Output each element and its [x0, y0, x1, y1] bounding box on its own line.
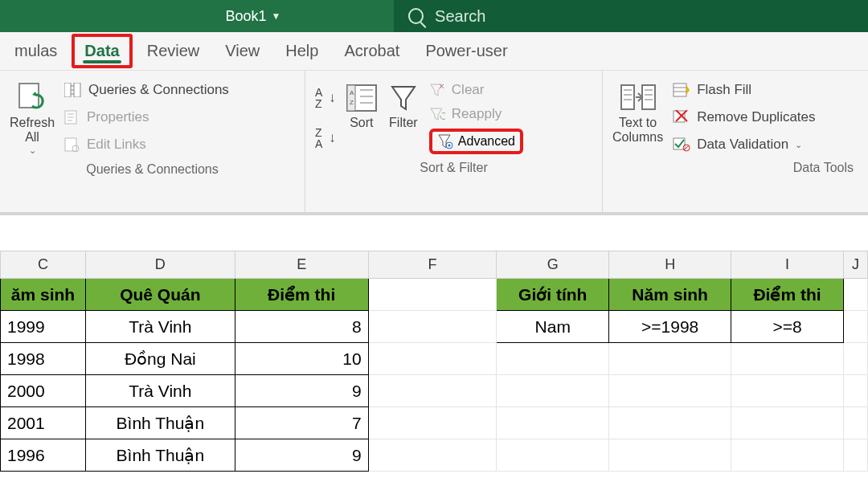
cell[interactable]: [609, 407, 731, 439]
cell[interactable]: Quê Quán: [85, 279, 235, 311]
connections-icon: [64, 83, 82, 97]
cell[interactable]: [609, 343, 731, 375]
cell[interactable]: 10: [235, 343, 368, 375]
sort-desc-button[interactable]: ZA ↓: [315, 125, 336, 151]
colhdr-G[interactable]: G: [497, 251, 609, 279]
table-row[interactable]: 1999 Trà Vinh 8 Nam >=1998 >=8: [1, 311, 868, 343]
data-validation-icon: [673, 137, 690, 152]
table-row[interactable]: 2000 Trà Vinh 9: [1, 375, 868, 407]
workbook-title[interactable]: Book1 ▼: [113, 8, 394, 25]
chevron-down-icon[interactable]: ⌄: [795, 140, 802, 150]
column-header-row[interactable]: C D E F G H I J: [1, 251, 868, 279]
cell[interactable]: >=1998: [609, 311, 731, 343]
sort-asc-button[interactable]: AZ ↓: [315, 85, 336, 111]
title-dropdown-icon[interactable]: ▼: [272, 10, 281, 22]
cell[interactable]: [843, 375, 867, 407]
cell[interactable]: Giới tính: [497, 279, 609, 311]
advanced-button[interactable]: Advanced: [429, 129, 523, 154]
edit-links-button[interactable]: Edit Links: [64, 135, 229, 154]
clear-button[interactable]: Clear: [429, 80, 523, 100]
search-input[interactable]: [435, 7, 854, 26]
reapply-button[interactable]: Reapply: [429, 104, 523, 124]
cell[interactable]: 9: [235, 439, 368, 472]
text-to-columns-button[interactable]: Text to Columns: [612, 82, 663, 154]
cell[interactable]: [731, 375, 844, 407]
cell[interactable]: [497, 407, 609, 439]
cell[interactable]: [368, 343, 497, 375]
grid[interactable]: C D E F G H I J ăm sinh Quê Quán Điểm th…: [0, 251, 868, 472]
group-label-datatools: Data Tools: [612, 157, 858, 175]
cell[interactable]: [368, 375, 497, 407]
cell[interactable]: [843, 279, 867, 311]
cell[interactable]: [497, 343, 609, 375]
colhdr-I[interactable]: I: [731, 251, 844, 279]
cell[interactable]: Bình Thuận: [85, 407, 235, 439]
colhdr-F[interactable]: F: [368, 251, 497, 279]
cell[interactable]: Điểm thi: [731, 279, 844, 311]
cell[interactable]: [609, 375, 731, 407]
tab-help[interactable]: Help: [276, 37, 328, 65]
cell[interactable]: [731, 439, 844, 472]
cell[interactable]: Bình Thuận: [85, 439, 235, 472]
reapply-label: Reapply: [452, 106, 502, 122]
cell[interactable]: Đồng Nai: [85, 343, 235, 375]
cell[interactable]: 2000: [1, 375, 86, 407]
header-row[interactable]: ăm sinh Quê Quán Điểm thi Giới tính Năm …: [1, 279, 868, 311]
remove-duplicates-button[interactable]: Remove Duplicates: [673, 108, 815, 127]
tab-acrobat[interactable]: Acrobat: [334, 37, 409, 65]
cell[interactable]: [843, 439, 867, 472]
queries-connections-button[interactable]: Queries & Connections: [64, 80, 229, 100]
cell[interactable]: [497, 375, 609, 407]
cell[interactable]: 1998: [1, 343, 86, 375]
tab-poweruser[interactable]: Power-user: [416, 37, 517, 65]
table-row[interactable]: 1996 Bình Thuận 9: [1, 439, 868, 472]
colhdr-D[interactable]: D: [85, 251, 235, 279]
cell[interactable]: [731, 407, 844, 439]
cell[interactable]: Nam: [497, 311, 609, 343]
cell[interactable]: >=8: [731, 311, 844, 343]
table-row[interactable]: 2001 Bình Thuận 7: [1, 407, 868, 439]
cell[interactable]: Điểm thi: [235, 279, 368, 311]
cell[interactable]: [368, 439, 497, 472]
cell[interactable]: 1996: [1, 439, 86, 472]
sort-button[interactable]: AZ Sort: [346, 82, 378, 154]
cell[interactable]: ăm sinh: [1, 279, 86, 311]
cell[interactable]: 8: [235, 311, 368, 343]
tab-formulas-cut[interactable]: mulas: [5, 37, 67, 65]
flash-fill-button[interactable]: Flash Fill: [673, 80, 815, 100]
table-row[interactable]: 1998 Đồng Nai 10: [1, 343, 868, 375]
refresh-all-button[interactable]: Refresh All ⌄: [10, 82, 55, 156]
filter-button[interactable]: Filter: [387, 82, 420, 154]
cell[interactable]: 7: [235, 407, 368, 439]
cell[interactable]: 1999: [1, 311, 86, 343]
properties-button[interactable]: Properties: [64, 108, 229, 127]
cell[interactable]: [843, 407, 867, 439]
spreadsheet[interactable]: C D E F G H I J ăm sinh Quê Quán Điểm th…: [0, 215, 868, 472]
cell[interactable]: Trà Vinh: [85, 311, 235, 343]
colhdr-E[interactable]: E: [235, 251, 368, 279]
cell[interactable]: [843, 343, 867, 375]
workbook-name: Book1: [226, 8, 267, 25]
colhdr-J[interactable]: J: [843, 251, 867, 279]
cell[interactable]: [368, 407, 497, 439]
refresh-all-label: Refresh All: [10, 116, 55, 144]
tab-review[interactable]: Review: [137, 37, 210, 65]
cell[interactable]: 9: [235, 375, 368, 407]
cell[interactable]: [368, 279, 497, 311]
cell[interactable]: Trà Vinh: [85, 375, 235, 407]
data-validation-button[interactable]: Data Validation ⌄: [673, 135, 815, 154]
data-validation-label: Data Validation: [697, 137, 788, 153]
colhdr-C[interactable]: C: [1, 251, 86, 279]
cell[interactable]: Năm sinh: [609, 279, 731, 311]
cell[interactable]: [368, 311, 497, 343]
cell[interactable]: [731, 343, 844, 375]
search-box[interactable]: [394, 0, 868, 32]
tab-data[interactable]: Data: [72, 34, 132, 68]
cell[interactable]: [497, 439, 609, 472]
colhdr-H[interactable]: H: [609, 251, 731, 279]
cell[interactable]: [843, 311, 867, 343]
properties-label: Properties: [87, 109, 149, 125]
cell[interactable]: 2001: [1, 407, 86, 439]
cell[interactable]: [609, 439, 731, 472]
tab-view[interactable]: View: [215, 37, 269, 65]
